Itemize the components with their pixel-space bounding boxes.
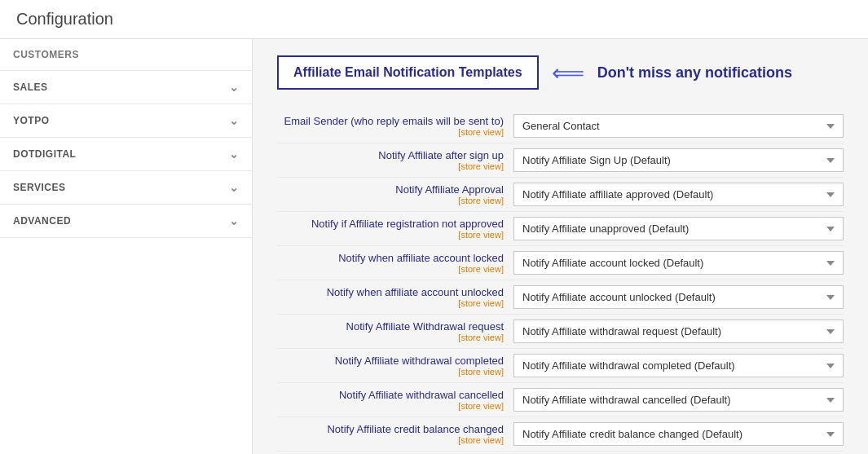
form-label-notify-not-approved: Notify if Affiliate registration not app…: [277, 218, 513, 240]
form-rows: Email Sender (who reply emails will be s…: [277, 109, 844, 454]
sidebar-item-yotpo[interactable]: YOTPO ⌄: [0, 104, 252, 138]
sidebar-item-advanced[interactable]: ADVANCED ⌄: [0, 205, 252, 238]
label-sub-text: [store view]: [277, 333, 504, 342]
form-control-notify-account-locked: Notify Affiliate account locked (Default…: [513, 251, 844, 275]
form-label-notify-withdrawal-completed: Notify Affiliate withdrawal completed[st…: [277, 355, 513, 377]
form-control-email-sender: General Contact: [513, 114, 844, 138]
label-main-text: Notify Affiliate withdrawal completed: [335, 355, 504, 367]
label-main-text: Email Sender (who reply emails will be s…: [284, 115, 504, 127]
form-row-email-sender: Email Sender (who reply emails will be s…: [277, 109, 844, 143]
form-control-notify-credit-balance: Notify Affiliate credit balance changed …: [513, 422, 844, 446]
select-notify-sign-up[interactable]: Notify Affiliate Sign Up (Default): [513, 148, 844, 172]
form-label-notify-withdrawal-cancelled: Notify Affiliate withdrawal cancelled[st…: [277, 389, 513, 411]
form-label-notify-approval: Notify Affiliate Approval[store view]: [277, 183, 513, 205]
sidebar-item-dotdigital[interactable]: DOTDIGITAL ⌄: [0, 138, 252, 171]
label-main-text: Notify when affiliate account unlocked: [327, 286, 504, 298]
form-row-notify-account-locked: Notify when affiliate account locked[sto…: [277, 246, 844, 280]
select-notify-credit-balance[interactable]: Notify Affiliate credit balance changed …: [513, 422, 844, 446]
form-label-notify-account-locked: Notify when affiliate account locked[sto…: [277, 252, 513, 274]
chevron-down-icon: ⌄: [229, 214, 240, 227]
label-sub-text: [store view]: [277, 401, 504, 411]
label-sub-text: [store view]: [277, 264, 504, 274]
form-control-notify-withdrawal-completed: Notify Affiliate withdrawal completed (D…: [513, 354, 844, 377]
sidebar-item-customers[interactable]: CUSTOMERS: [0, 39, 252, 71]
label-sub-text: [store view]: [277, 127, 504, 137]
page-title: Configuration: [0, 0, 868, 39]
form-label-notify-withdrawal-request: Notify Affiliate Withdrawal request[stor…: [277, 320, 513, 342]
label-sub-text: [store view]: [277, 196, 504, 205]
section-header: Affiliate Email Notification Templates ⟸…: [277, 55, 844, 90]
select-notify-withdrawal-request[interactable]: Notify Affiliate withdrawal request (Def…: [513, 320, 844, 343]
main-content: Affiliate Email Notification Templates ⟸…: [253, 39, 868, 454]
select-notify-not-approved[interactable]: Notify Affiliate unapproved (Default): [513, 217, 844, 240]
form-row-notify-not-approved: Notify if Affiliate registration not app…: [277, 212, 844, 246]
sidebar-item-label: SALES: [13, 82, 48, 93]
sidebar-item-services[interactable]: SERVICES ⌄: [0, 171, 252, 205]
select-notify-approval[interactable]: Notify Affiliate affiliate approved (Def…: [513, 183, 844, 206]
form-label-email-sender: Email Sender (who reply emails will be s…: [277, 115, 513, 137]
label-sub-text: [store view]: [277, 367, 504, 377]
form-row-notify-credit-balance: Notify Affiliate credit balance changed[…: [277, 417, 844, 452]
label-sub-text: [store view]: [277, 435, 504, 445]
form-control-notify-withdrawal-request: Notify Affiliate withdrawal request (Def…: [513, 320, 844, 343]
form-row-notify-sign-up: Notify Affiliate after sign up[store vie…: [277, 143, 844, 178]
form-row-notify-withdrawal-cancelled: Notify Affiliate withdrawal cancelled[st…: [277, 383, 844, 417]
label-main-text: Notify Affiliate withdrawal cancelled: [339, 389, 504, 401]
label-main-text: Notify if Affiliate registration not app…: [311, 218, 504, 230]
sidebar-item-label: ADVANCED: [13, 215, 71, 227]
label-sub-text: [store view]: [277, 298, 504, 308]
sidebar-item-label: SERVICES: [13, 182, 65, 193]
form-control-notify-not-approved: Notify Affiliate unapproved (Default): [513, 217, 844, 240]
form-label-notify-credit-balance: Notify Affiliate credit balance changed[…: [277, 423, 513, 445]
form-label-notify-sign-up: Notify Affiliate after sign up[store vie…: [277, 149, 513, 171]
chevron-down-icon: ⌄: [229, 148, 240, 161]
chevron-down-icon: ⌄: [229, 81, 240, 94]
sidebar-item-label: DOTDIGITAL: [13, 148, 76, 160]
form-row-notify-withdrawal-request: Notify Affiliate Withdrawal request[stor…: [277, 315, 844, 349]
label-main-text: Notify Affiliate credit balance changed: [327, 423, 504, 435]
label-sub-text: [store view]: [277, 161, 504, 171]
form-control-notify-withdrawal-cancelled: Notify Affiliate withdrawal cancelled (D…: [513, 388, 844, 412]
select-notify-withdrawal-completed[interactable]: Notify Affiliate withdrawal completed (D…: [513, 354, 844, 377]
sidebar-item-sales[interactable]: SALES ⌄: [0, 71, 252, 104]
form-control-notify-approval: Notify Affiliate affiliate approved (Def…: [513, 183, 844, 206]
select-email-sender[interactable]: General Contact: [513, 114, 844, 138]
dont-miss-label: Don't miss any notifications: [597, 64, 792, 82]
select-notify-account-locked[interactable]: Notify Affiliate account locked (Default…: [513, 251, 844, 275]
section-title: Affiliate Email Notification Templates: [277, 55, 539, 90]
select-notify-account-unlocked[interactable]: Notify Affiliate account unlocked (Defau…: [513, 285, 844, 309]
form-row-notify-withdrawal-completed: Notify Affiliate withdrawal completed[st…: [277, 349, 844, 383]
label-main-text: Notify when affiliate account locked: [338, 252, 504, 264]
label-sub-text: [store view]: [277, 230, 504, 240]
select-notify-withdrawal-cancelled[interactable]: Notify Affiliate withdrawal cancelled (D…: [513, 388, 844, 412]
form-label-notify-account-unlocked: Notify when affiliate account unlocked[s…: [277, 286, 513, 308]
form-row-notify-approval: Notify Affiliate Approval[store view]Not…: [277, 178, 844, 212]
sidebar: CUSTOMERS SALES ⌄ YOTPO ⌄ DOTDIGITAL ⌄ S…: [0, 39, 253, 454]
label-main-text: Notify Affiliate Approval: [395, 183, 504, 196]
form-control-notify-sign-up: Notify Affiliate Sign Up (Default): [513, 148, 844, 172]
chevron-down-icon: ⌄: [229, 114, 240, 127]
label-main-text: Notify Affiliate after sign up: [378, 149, 504, 161]
form-row-notify-account-unlocked: Notify when affiliate account unlocked[s…: [277, 280, 844, 315]
sidebar-item-label: CUSTOMERS: [13, 49, 79, 60]
sidebar-item-label: YOTPO: [13, 115, 50, 126]
label-main-text: Notify Affiliate Withdrawal request: [346, 320, 504, 333]
arrow-left-icon: ⟸: [552, 60, 584, 86]
chevron-down-icon: ⌄: [229, 181, 240, 194]
form-control-notify-account-unlocked: Notify Affiliate account unlocked (Defau…: [513, 285, 844, 309]
